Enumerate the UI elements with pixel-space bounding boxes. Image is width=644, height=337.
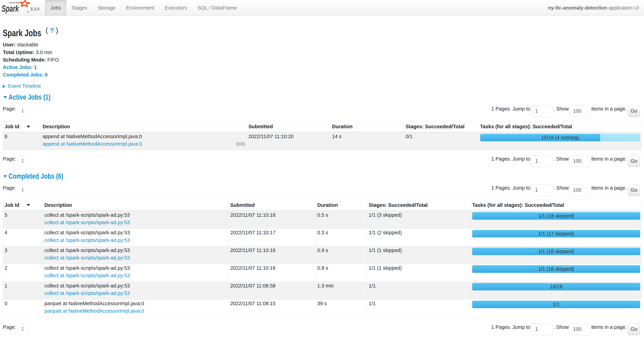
svg-text:TM: TM: [27, 11, 29, 13]
svg-text:Spark: Spark: [2, 3, 19, 13]
